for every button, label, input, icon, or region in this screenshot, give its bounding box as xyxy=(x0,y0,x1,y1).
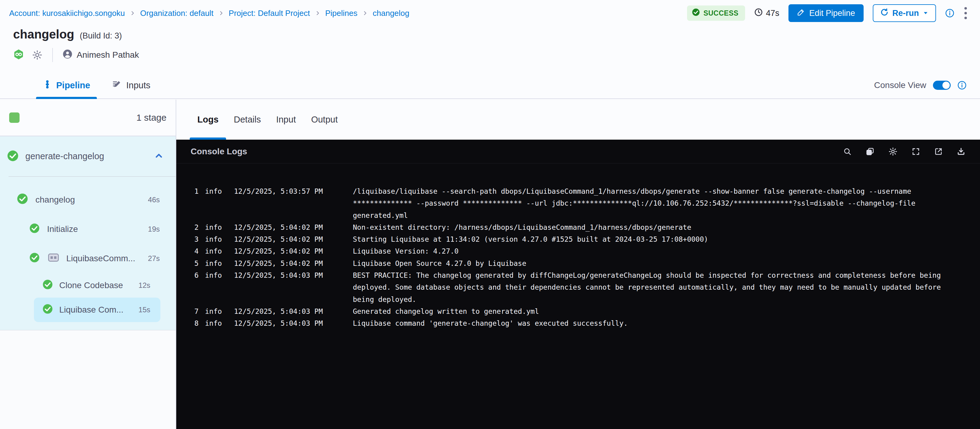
console-view-info-icon[interactable] xyxy=(958,81,967,90)
step-name: LiquibaseComm... xyxy=(66,254,148,263)
page-title: changelog xyxy=(13,27,74,41)
rerun-label: Re-run xyxy=(892,8,919,18)
rerun-button[interactable]: Re-run xyxy=(873,4,936,22)
breadcrumb-pipeline-name[interactable]: changelog xyxy=(373,8,409,18)
tab-details[interactable]: Details xyxy=(226,100,269,140)
console-logs-header: Console Logs xyxy=(176,140,980,163)
step-row-changelog[interactable]: changelog 46s xyxy=(0,185,176,215)
tab-output-label: Output xyxy=(311,115,337,125)
pipeline-icon xyxy=(43,80,52,91)
step-detail-panel: Logs Details Input Output Console Logs xyxy=(176,100,980,429)
log-line-number: 7 xyxy=(194,306,199,317)
chevron-up-icon[interactable] xyxy=(154,151,164,162)
tab-inputs[interactable]: Inputs xyxy=(105,72,157,98)
log-line-number: 4 xyxy=(194,246,199,257)
log-line-number: 3 xyxy=(194,233,199,246)
log-line-number: 5 xyxy=(194,258,199,270)
console-toolbar xyxy=(843,147,965,156)
check-circle-icon xyxy=(29,252,40,265)
tab-logs[interactable]: Logs xyxy=(190,100,226,140)
log-message: /liquibase/liquibase --search-path dbops… xyxy=(353,185,953,222)
stage-summary-header: 1 stage xyxy=(0,100,176,136)
tab-pipeline[interactable]: Pipeline xyxy=(36,72,97,98)
log-line: 8info12/5/2025, 5:04:03 PMLiquibase comm… xyxy=(194,317,953,329)
stage-row-generate-changelog[interactable]: generate-changelog xyxy=(0,136,176,176)
step-duration: 12s xyxy=(138,281,150,290)
log-line: 3info12/5/2025, 5:04:02 PMStarting Liqui… xyxy=(194,233,953,246)
step-name: Liquibase Com... xyxy=(59,305,138,315)
more-options-kebab-icon[interactable] xyxy=(964,6,968,20)
download-icon[interactable] xyxy=(957,147,965,156)
tab-input-label: Input xyxy=(276,115,296,125)
log-line: 7info12/5/2025, 5:04:03 PMGenerated chan… xyxy=(194,306,953,317)
stage-count-label: 1 stage xyxy=(137,112,167,123)
clock-icon xyxy=(754,8,763,19)
execution-duration: 47s xyxy=(754,8,779,19)
inputs-edit-icon xyxy=(112,80,122,91)
log-timestamp: 12/5/2025, 5:04:02 PM xyxy=(234,222,323,233)
settings-icon[interactable] xyxy=(888,147,897,156)
ci-module-hexagon-icon xyxy=(13,49,24,61)
step-name: Clone Codebase xyxy=(59,281,138,290)
log-timestamp: 12/5/2025, 5:04:02 PM xyxy=(234,258,323,270)
open-in-new-icon[interactable] xyxy=(934,147,943,156)
tab-logs-label: Logs xyxy=(197,115,218,125)
execution-info-icon[interactable] xyxy=(945,8,955,18)
step-duration: 46s xyxy=(148,196,160,204)
search-icon[interactable] xyxy=(843,147,852,156)
step-row-liquibase-command-group[interactable]: LiquibaseComm... 27s xyxy=(0,244,176,273)
log-level: info xyxy=(205,317,223,329)
breadcrumb-separator-icon xyxy=(362,10,368,16)
edit-pipeline-button[interactable]: Edit Pipeline xyxy=(789,4,864,22)
breadcrumb-organization[interactable]: Organization: default xyxy=(140,8,213,18)
check-circle-icon xyxy=(43,279,53,292)
tab-output[interactable]: Output xyxy=(303,100,345,140)
breadcrumb-pipelines[interactable]: Pipelines xyxy=(325,8,358,18)
step-duration: 15s xyxy=(138,306,150,314)
log-timestamp: 12/5/2025, 5:03:57 PM xyxy=(234,185,323,198)
check-circle-icon xyxy=(17,193,28,207)
breadcrumb-account[interactable]: Account: kurosakiichigo.songoku xyxy=(9,8,125,18)
log-message: Liquibase Open Source 4.27.0 by Liquibas… xyxy=(353,258,953,270)
copy-icon[interactable] xyxy=(866,147,874,156)
step-group-icon xyxy=(48,253,59,264)
breadcrumb-separator-icon xyxy=(218,10,224,16)
step-row-clone-codebase[interactable]: Clone Codebase 12s xyxy=(34,273,161,298)
step-row-initialize[interactable]: Initialize 19s xyxy=(0,215,176,244)
log-timestamp: 12/5/2025, 5:04:03 PM xyxy=(234,270,323,281)
execution-title: changelog (Build Id: 3) xyxy=(13,27,122,41)
check-circle-icon xyxy=(43,304,53,316)
avatar xyxy=(63,49,72,61)
step-list: changelog 46s Initialize 19s LiquibaseCo… xyxy=(0,177,176,330)
step-name: changelog xyxy=(35,195,148,205)
tab-pipeline-label: Pipeline xyxy=(56,80,90,91)
status-badge: SUCCESS xyxy=(687,5,745,21)
log-message: Non-existent directory: /harness/dbops/L… xyxy=(353,222,953,233)
top-bar: Account: kurosakiichigo.songoku Organiza… xyxy=(0,0,980,26)
content-area: 1 stage generate-changelog changelog 46s xyxy=(0,100,980,429)
stage-tree: generate-changelog changelog 46s Initial… xyxy=(0,136,176,330)
console-logs-title: Console Logs xyxy=(191,147,247,156)
tab-input[interactable]: Input xyxy=(269,100,304,140)
log-line: 2info12/5/2025, 5:04:02 PMNon-existent d… xyxy=(194,222,953,233)
execution-actions: SUCCESS 47s Edit Pipeline Re-run xyxy=(687,4,968,22)
log-level: info xyxy=(205,185,223,198)
vertical-divider xyxy=(52,48,53,62)
log-message: Liquibase Version: 4.27.0 xyxy=(353,246,953,257)
stage-status-square-icon xyxy=(9,112,19,123)
log-timestamp: 12/5/2025, 5:04:02 PM xyxy=(234,233,323,246)
sidebar-empty-area xyxy=(0,330,176,429)
tab-details-label: Details xyxy=(234,115,261,125)
log-timestamp: 12/5/2025, 5:04:02 PM xyxy=(234,246,323,257)
breadcrumb-project[interactable]: Project: Default Project xyxy=(229,8,310,18)
log-line-number: 8 xyxy=(194,317,199,329)
step-row-liquibase-command[interactable]: Liquibase Com... 15s xyxy=(34,298,161,322)
log-line: 5info12/5/2025, 5:04:02 PMLiquibase Open… xyxy=(194,258,953,270)
status-badge-label: SUCCESS xyxy=(703,9,739,18)
view-tab-bar: Pipeline Inputs Console View xyxy=(0,72,980,99)
log-message: Liquibase command 'generate-changelog' w… xyxy=(353,317,953,329)
console-view-toggle[interactable] xyxy=(933,81,951,90)
fullscreen-icon[interactable] xyxy=(912,147,920,156)
pipeline-settings-gear-icon[interactable] xyxy=(32,50,43,60)
breadcrumb-separator-icon xyxy=(130,10,135,16)
